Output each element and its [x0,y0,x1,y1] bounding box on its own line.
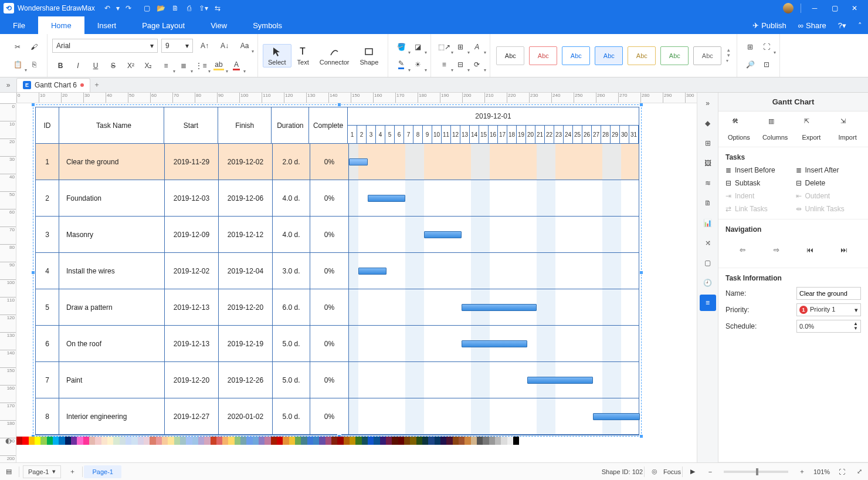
decrease-font[interactable]: A↓ [216,38,233,54]
color-swatch[interactable] [253,437,259,445]
color-swatch[interactable] [416,437,422,445]
connector-tool[interactable]: Connector [315,45,354,67]
gantt-row[interactable]: 4Install the wires2019-12-022019-12-043.… [36,253,639,289]
increase-font[interactable]: A↑ [196,38,213,54]
highlight-button[interactable]: ab [211,58,227,74]
color-swatch[interactable] [410,437,416,445]
color-dropper[interactable]: ◐ [0,437,16,445]
color-swatch[interactable] [222,437,228,445]
color-swatch[interactable] [35,437,40,445]
gantt-bar[interactable] [527,377,593,384]
color-swatch[interactable] [101,437,107,445]
underline-button[interactable]: U [87,58,104,74]
color-swatch[interactable] [368,437,374,445]
color-swatch[interactable] [150,437,155,445]
gantt-bar[interactable] [349,158,368,165]
menu-page-layout[interactable]: Page Layout [129,16,198,34]
gantt-bar[interactable] [424,231,462,238]
color-swatch[interactable] [277,437,283,445]
layers-panel-icon[interactable]: ≋ [700,175,716,191]
color-swatch[interactable] [228,437,234,445]
undo-button[interactable]: ↶ [101,2,114,15]
color-swatch[interactable] [313,437,319,445]
nav-next[interactable]: ⇨ [767,242,786,258]
color-swatch[interactable] [259,437,265,445]
subscript-button[interactable]: X₂ [140,58,157,74]
color-swatch[interactable] [162,437,168,445]
priority-select[interactable]: 1Priority 1▾ [796,303,861,316]
outdent-button[interactable]: ⇤ Outdent [796,192,862,200]
gantt-row[interactable]: 2Foundation2019-12-032019-12-064.0 d.0% [36,180,639,217]
redo-button[interactable]: ↷ [122,2,135,15]
shadow-button[interactable]: ◪ [409,39,426,55]
color-swatch[interactable] [464,437,470,445]
gantt-row[interactable]: 7Paint2019-12-202019-12-265.0 d.0% [36,362,639,398]
color-swatch[interactable] [326,437,331,445]
page-panel-icon[interactable]: 🗎 [700,195,716,211]
color-swatch[interactable] [489,437,495,445]
page-selector[interactable]: Page-1▾ [23,465,61,478]
menu-view[interactable]: View [198,16,240,34]
task-name-input[interactable] [796,287,861,300]
fill-color-button[interactable]: 🪣 [393,39,409,55]
color-swatch[interactable] [186,437,192,445]
gantt-bar[interactable] [358,268,386,275]
color-swatch[interactable] [477,437,483,445]
page-tab-1[interactable]: Page-1 [84,465,121,478]
color-swatch[interactable] [40,437,46,445]
menu-symbols[interactable]: Symbols [240,16,295,34]
color-swatch[interactable] [362,437,368,445]
play-button[interactable]: ▶ [684,463,701,480]
bold-button[interactable]: B [52,58,69,74]
undo-dropdown[interactable]: ▾ [115,2,121,15]
color-swatch[interactable] [16,437,22,445]
color-swatch[interactable] [428,437,434,445]
canvas[interactable]: IDTask NameStartFinishDurationComplete20… [16,103,697,452]
color-swatch[interactable] [47,437,53,445]
color-swatch[interactable] [440,437,446,445]
color-swatch[interactable] [495,437,501,445]
color-swatch[interactable] [126,437,131,445]
italic-button[interactable]: I [70,58,86,74]
select-tool[interactable]: Select [263,44,291,67]
format-painter[interactable]: 🖌 [26,39,42,55]
nav-first[interactable]: ⏮ [801,242,819,258]
new-button[interactable]: ▢ [141,2,154,15]
color-swatch[interactable] [289,437,295,445]
subtask-button[interactable]: ⊟ Subtask [725,179,791,187]
import-button[interactable]: ⇲Import [831,117,864,141]
gantt-row[interactable]: 3Masonry2019-12-092019-12-124.0 d.0% [36,217,639,253]
color-swatch[interactable] [453,437,459,445]
gantt-row[interactable]: 8Interior engineering2019-12-272020-01-0… [36,398,639,435]
color-swatch[interactable] [89,437,95,445]
color-swatch[interactable] [198,437,204,445]
color-swatch[interactable] [65,437,71,445]
style-preset-1[interactable]: Abc [496,46,524,65]
color-swatch[interactable] [398,437,404,445]
color-swatch[interactable] [22,437,28,445]
color-swatch[interactable] [138,437,144,445]
color-swatch[interactable] [404,437,410,445]
qat-more[interactable]: ⇆ [211,2,224,15]
strike-button[interactable]: S [105,58,121,74]
line-color-button[interactable]: ✎ [393,56,409,73]
color-swatch[interactable] [71,437,77,445]
print-button[interactable]: ⎙ [183,2,196,15]
color-swatch[interactable] [83,437,89,445]
color-swatch[interactable] [331,437,337,445]
color-swatch[interactable] [422,437,428,445]
color-swatch[interactable] [507,437,513,445]
selection-pane-button[interactable]: ⊡ [758,56,775,73]
color-swatch[interactable] [156,437,162,445]
color-swatch[interactable] [265,437,270,445]
color-swatch[interactable] [192,437,198,445]
window-maximize[interactable]: ▢ [825,0,845,16]
line-style-button[interactable]: ☀ [409,56,426,73]
style-preset-6[interactable]: Abc [660,46,689,65]
gantt-panel-icon[interactable]: ≡ [700,295,716,311]
color-bar[interactable]: ◐ [0,437,525,445]
user-avatar[interactable] [783,3,794,13]
save-button[interactable]: 🗎 [169,2,182,15]
color-swatch[interactable] [374,437,379,445]
paste-button[interactable]: 📋 [9,56,26,73]
